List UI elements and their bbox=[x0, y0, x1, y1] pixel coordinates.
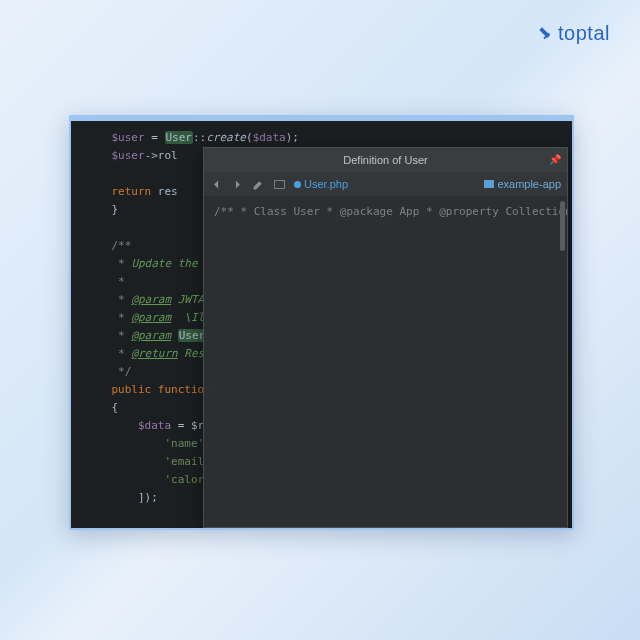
quick-definition-popup[interactable]: Definition of User 📌 User.php exampl bbox=[203, 147, 568, 528]
ide-screenshot: $user = User::create($data); $user->rol … bbox=[69, 115, 574, 530]
toptal-icon bbox=[538, 26, 554, 42]
svg-rect-0 bbox=[275, 180, 285, 188]
code-line: * @package App bbox=[320, 205, 419, 218]
brand-name: toptal bbox=[558, 22, 610, 45]
edit-source-icon[interactable] bbox=[252, 178, 265, 191]
code-line: $user = User::create($data); bbox=[85, 129, 572, 147]
code-line: * Class User bbox=[234, 205, 320, 218]
popup-toolbar: User.php example-app bbox=[204, 172, 567, 197]
breadcrumb-project[interactable]: example-app bbox=[484, 175, 561, 193]
popup-titlebar[interactable]: Definition of User 📌 bbox=[204, 148, 567, 172]
popup-title-text: Definition of User bbox=[343, 154, 427, 166]
pin-icon[interactable]: 📌 bbox=[549, 151, 561, 169]
code-line: /** bbox=[214, 205, 234, 218]
back-icon[interactable] bbox=[210, 178, 223, 191]
php-file-icon bbox=[294, 181, 301, 188]
code-line: * @property Collection roles bbox=[419, 205, 567, 218]
popup-code-body[interactable]: /** * Class User * @package App * @prope… bbox=[204, 197, 567, 527]
folder-icon bbox=[484, 180, 494, 188]
breadcrumb-file[interactable]: User.php bbox=[294, 175, 348, 193]
brand-logo: toptal bbox=[538, 22, 610, 45]
show-source-icon[interactable] bbox=[273, 178, 286, 191]
forward-icon[interactable] bbox=[231, 178, 244, 191]
